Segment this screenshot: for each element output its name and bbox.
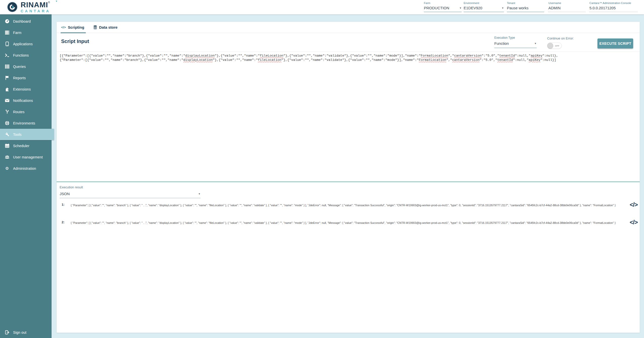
globe-icon bbox=[5, 121, 10, 126]
logo-triangle-icon: ▼ bbox=[55, 0, 58, 3]
dashboard-icon bbox=[5, 19, 10, 24]
result-row-index: 1: bbox=[62, 203, 65, 206]
environment-select[interactable]: Environment E1DEV920 ▼ bbox=[464, 2, 504, 12]
database-icon bbox=[93, 25, 97, 29]
sidebar-item-dashboard[interactable]: Dashboard bbox=[0, 16, 52, 27]
sidebar-item-applications[interactable]: Applications bbox=[0, 38, 52, 50]
sidebar-item-functions[interactable]: Functions bbox=[0, 50, 52, 61]
logo-title: RINAMI bbox=[21, 1, 48, 9]
execution-type-value: Function bbox=[494, 41, 509, 46]
tenant-value: Pause works bbox=[507, 6, 529, 10]
sidebar-item-administration[interactable]: ⚙ Administration bbox=[0, 163, 52, 174]
environment-label: Environment bbox=[464, 2, 504, 5]
farm-select[interactable]: Farm PRODUCTION ▼ bbox=[424, 2, 462, 12]
console-version-value: 5.0.0.20171205 bbox=[589, 6, 616, 10]
table-grid-icon bbox=[5, 64, 10, 69]
sidebar-item-queries[interactable]: Queries bbox=[0, 61, 52, 72]
username-label: Username bbox=[548, 2, 586, 5]
farm-value: PRODUCTION bbox=[424, 6, 449, 10]
result-row-text: { "Parameter": [ { "value": "", "name": … bbox=[71, 203, 626, 207]
tab-data-store[interactable]: Data store bbox=[93, 22, 117, 33]
sign-out-button[interactable]: Sign out bbox=[0, 327, 52, 338]
result-format-select[interactable]: JSON ▼ bbox=[60, 190, 200, 198]
chevron-down-icon: ▼ bbox=[502, 7, 504, 9]
users-group-icon bbox=[5, 155, 10, 160]
code-icon: </> bbox=[61, 25, 66, 29]
execute-script-button[interactable]: EXECUTE SCRIPT bbox=[597, 38, 633, 49]
toggle-knob bbox=[547, 43, 553, 49]
sidebar-item-farm[interactable]: Farm bbox=[0, 27, 52, 38]
sidebar: Dashboard Farm Applications Functions Qu… bbox=[0, 14, 52, 338]
view-code-icon[interactable]: </> bbox=[630, 201, 638, 208]
terminal-icon bbox=[5, 53, 10, 58]
execution-type-select[interactable]: Execution Type Function ▼ bbox=[494, 36, 537, 48]
execution-result-label: Execution result bbox=[60, 185, 83, 189]
sidebar-item-extensions[interactable]: Extensions bbox=[0, 83, 52, 95]
script-input-textarea[interactable]: [{"Parameter":[{"value":"","name":"branc… bbox=[57, 52, 640, 182]
result-row-text: { "Parameter": [ { "value": "", "name": … bbox=[71, 221, 626, 225]
sidebar-item-routes[interactable]: Routes bbox=[0, 106, 52, 117]
continue-on-error-label: Continue on Error: bbox=[547, 36, 574, 40]
result-separator bbox=[57, 182, 640, 182]
page-title: Script Input bbox=[61, 38, 89, 44]
execution-type-label: Execution Type bbox=[494, 36, 537, 39]
script-line: [{"Parameter":[{"value":"","name":"branc… bbox=[60, 54, 637, 58]
tab-bar: </> Scripting Data store bbox=[57, 22, 640, 33]
chevron-down-icon: ▼ bbox=[534, 42, 537, 45]
tablet-icon bbox=[5, 41, 10, 47]
app-logo: RINAMI® ▼ CANTARA bbox=[7, 1, 51, 13]
environment-value: E1DEV920 bbox=[464, 6, 482, 10]
farm-label: Farm bbox=[424, 2, 462, 5]
chevron-down-icon: ▼ bbox=[459, 7, 462, 9]
view-code-icon[interactable]: </> bbox=[630, 219, 638, 226]
result-format-value: JSON bbox=[60, 192, 70, 196]
chevron-down-icon: ▼ bbox=[198, 193, 200, 195]
sidebar-item-notifications[interactable]: Notifications bbox=[0, 95, 52, 106]
sidebar-item-reports[interactable]: Reports bbox=[0, 72, 52, 83]
sidebar-item-environments[interactable]: Environments bbox=[0, 117, 52, 129]
sidebar-item-user-management[interactable]: User management bbox=[0, 151, 52, 163]
toggle-state-label: OFF bbox=[555, 45, 559, 47]
script-line: {"Parameter":[{"value":"","name":"branch… bbox=[60, 58, 637, 62]
top-header: RINAMI® ▼ CANTARA Farm PRODUCTION ▼ Envi… bbox=[0, 0, 644, 14]
username-value: ADMIN bbox=[548, 6, 560, 10]
logo-subtitle: CANTARA bbox=[21, 9, 51, 13]
result-row-index: 2: bbox=[62, 220, 65, 224]
logo-mark-icon bbox=[7, 1, 18, 13]
calendar-icon bbox=[5, 143, 10, 148]
puzzle-icon bbox=[5, 87, 10, 92]
gear-icon: ⚙ bbox=[5, 166, 10, 171]
username-field: Username ADMIN bbox=[548, 2, 586, 12]
registered-mark: ® bbox=[48, 1, 50, 4]
continue-on-error-group: Continue on Error: OFF bbox=[547, 36, 574, 49]
console-version-label: Cantara™ Administration Console bbox=[589, 2, 638, 5]
continue-on-error-toggle[interactable]: OFF bbox=[547, 43, 562, 49]
sidebar-item-scheduler[interactable]: Scheduler bbox=[0, 140, 52, 151]
console-version-field: Cantara™ Administration Console 5.0.0.20… bbox=[589, 2, 638, 12]
wrench-icon bbox=[5, 132, 10, 137]
route-split-icon bbox=[5, 109, 10, 114]
envelope-icon bbox=[5, 98, 10, 103]
server-stack-icon bbox=[5, 30, 10, 35]
main-panel: </> Scripting Data store Script Input Ex… bbox=[57, 22, 640, 333]
tenant-label: Tenant bbox=[507, 2, 544, 5]
flag-icon bbox=[5, 75, 10, 80]
tenant-input[interactable]: Tenant Pause works bbox=[507, 2, 544, 12]
sidebar-item-tools[interactable]: Tools bbox=[0, 129, 54, 140]
sign-out-icon bbox=[5, 330, 10, 335]
tab-scripting[interactable]: </> Scripting bbox=[61, 22, 84, 33]
